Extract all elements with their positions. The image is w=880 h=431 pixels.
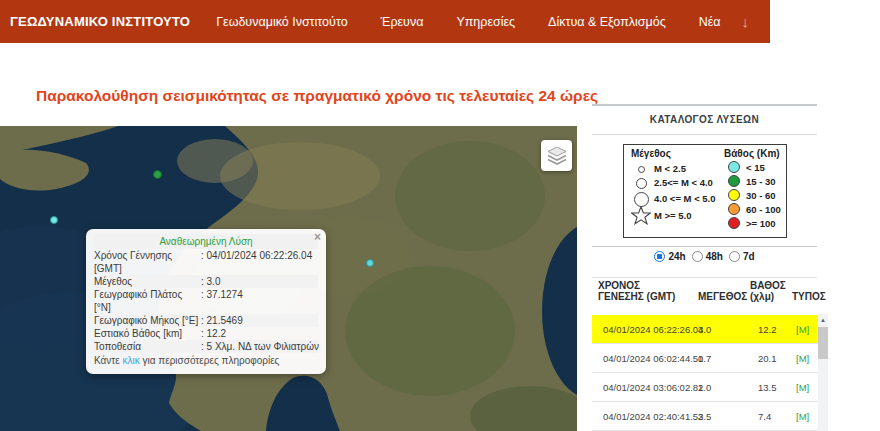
table-header-col-1: ΧΡΟΝΟΣΓΕΝΕΣΗΣ (GMT) <box>592 280 692 302</box>
divider <box>592 134 817 135</box>
divider <box>592 277 817 278</box>
radio-icon-24h[interactable] <box>654 251 665 262</box>
time-range-radios: 24h48h7d <box>592 251 817 262</box>
events-table-header: ΧΡΟΝΟΣΓΕΝΕΣΗΣ (GMT)ΜΕΓΕΘΟΣΒΑΘΟΣ(χλμ)ΤΥΠΟ… <box>592 280 818 302</box>
table-cell: 04/01/2024 03:06:02.81 <box>592 382 692 393</box>
table-header-col-2: ΜΕΓΕΘΟΣ <box>692 291 742 302</box>
table-scrollbar[interactable]: ▲ <box>818 314 828 431</box>
radio-label: 48h <box>706 251 723 262</box>
table-cell: [M] <box>784 324 818 335</box>
popup-row: Χρόνος Γέννησης [GMT]: 04/01/2024 06:22:… <box>94 249 318 275</box>
table-cell: [M] <box>784 411 818 422</box>
nav-item-2[interactable]: Έρευνα <box>381 15 424 29</box>
table-row[interactable]: 04/01/2024 03:06:02.812.013.5[M] <box>592 373 818 402</box>
popup-row-value: : 12.2 <box>201 327 318 340</box>
radio-label: 24h <box>668 251 685 262</box>
magnitude-label: 2.5<= M < 4.0 <box>654 177 713 188</box>
divider <box>592 246 817 247</box>
popup-row-value: : 21.5469 <box>201 314 318 327</box>
brand-logo[interactable]: ΓΕΩΔΥΝΑΜΙΚΟ ΙΝΣΤΙΤΟΥΤΟ <box>10 14 190 29</box>
depth-dot-icon <box>728 217 740 229</box>
table-cell: 04/01/2024 02:40:41.53 <box>592 411 692 422</box>
magnitude-circle-icon <box>638 166 645 173</box>
popup-row-label: Τοποθεσία <box>94 340 201 353</box>
depth-label: < 15 <box>746 162 765 173</box>
table-cell: [M] <box>784 382 818 393</box>
radio-option-48h[interactable]: 48h <box>692 251 723 262</box>
scroll-down-arrow-icon[interactable]: ↓ <box>742 13 750 30</box>
top-navbar: ΓΕΩΔΥΝΑΜΙΚΟ ΙΝΣΤΙΤΟΥΤΟ Γεωδυναμικό Ινστι… <box>0 0 770 43</box>
magnitude-circle-icon <box>636 178 647 189</box>
popup-row-value: : 3.0 <box>201 275 318 288</box>
table-cell: 2.5 <box>692 411 742 422</box>
radio-option-7d[interactable]: 7d <box>729 251 755 262</box>
table-cell: 04/01/2024 06:02:44.50 <box>592 353 692 364</box>
legend-magnitude-title: Μέγεθος <box>631 148 671 159</box>
table-cell: [M] <box>784 353 818 364</box>
layers-icon <box>547 147 567 165</box>
catalog-header: ΚΑΤΑΛΟΓΟΣ ΛΥΣΕΩΝ <box>592 114 817 125</box>
magnitude-label: 4.0 <= M < 5.0 <box>654 193 716 204</box>
radio-option-24h[interactable]: 24h <box>654 251 685 262</box>
popup-details: Χρόνος Γέννησης [GMT]: 04/01/2024 06:22:… <box>94 249 318 353</box>
nav-menu: Γεωδυναμικό ΙνστιτούτοΈρευναΥπηρεσίεςΔίκ… <box>190 15 720 29</box>
table-cell: 1.7 <box>692 353 742 364</box>
table-cell: 12.2 <box>742 324 784 335</box>
table-row[interactable]: 04/01/2024 02:40:41.532.57.4[M] <box>592 402 818 431</box>
popup-row-label: Μέγεθος <box>94 275 201 288</box>
page-title: Παρακολούθηση σεισμικότητας σε πραγματικ… <box>36 87 598 105</box>
table-cell: 2.0 <box>692 382 742 393</box>
popup-row: Μέγεθος: 3.0 <box>94 275 318 288</box>
quake-marker[interactable] <box>50 216 58 224</box>
legend-box: Μέγεθος Βάθος (Km) M < 2.52.5<= M < 4.04… <box>623 144 787 238</box>
popup-close-icon[interactable]: × <box>314 230 321 244</box>
radio-icon-7d[interactable] <box>729 251 740 262</box>
depth-dot-icon <box>728 203 740 215</box>
table-cell: 7.4 <box>742 411 784 422</box>
depth-label: 30 - 60 <box>746 190 776 201</box>
table-cell: 3.0 <box>692 324 742 335</box>
popup-row: Γεωγραφικό Πλάτος [°N]: 37.1274 <box>94 288 318 314</box>
popup-footer: Κάντε κλικ για περισσότερες πληροφορίες <box>94 354 318 368</box>
nav-item-4[interactable]: Δίκτυα & Εξοπλισμός <box>548 15 666 29</box>
quake-marker[interactable] <box>153 170 162 179</box>
table-row[interactable]: 04/01/2024 06:02:44.501.720.1[M] <box>592 344 818 373</box>
nav-item-1[interactable]: Γεωδυναμικό Ινστιτούτο <box>216 15 347 29</box>
depth-dot-icon <box>728 189 740 201</box>
table-header-col-4: ΤΥΠΟΣ <box>784 291 818 302</box>
table-cell: 20.1 <box>742 353 784 364</box>
quake-marker[interactable] <box>366 259 374 267</box>
depth-dot-icon <box>728 175 740 187</box>
popup-row-label: Γεωγραφικό Μήκος [°E] <box>94 314 201 327</box>
magnitude-star-icon <box>631 206 651 225</box>
popup-row-label: Εστιακό Βάθος [km] <box>94 327 201 340</box>
scrollbar-thumb[interactable] <box>818 327 828 359</box>
popup-row-label: Χρόνος Γέννησης [GMT] <box>94 249 201 275</box>
popup-footer-text: Κάντε <box>94 355 123 366</box>
popup-row-value: : 04/01/2024 06:22:26.04 <box>201 249 318 275</box>
depth-dot-icon <box>728 161 740 173</box>
map-layers-button[interactable] <box>541 140 572 171</box>
popup-title: Αναθεωρημένη Λύση <box>94 234 318 249</box>
magnitude-circle-icon <box>634 192 649 207</box>
radio-icon-48h[interactable] <box>692 251 703 262</box>
magnitude-label: M >= 5.0 <box>654 210 692 221</box>
table-cell: 13.5 <box>742 382 784 393</box>
popup-row-value: : 5 Χλμ. ΝΔ των Φιλιατρών <box>201 340 319 353</box>
radio-label: 7d <box>743 251 755 262</box>
popup-row: Εστιακό Βάθος [km]: 12.2 <box>94 327 318 340</box>
divider <box>592 104 817 106</box>
popup-row-value: : 37.1274 <box>201 288 318 314</box>
table-header-col-3: ΒΑΘΟΣ(χλμ) <box>742 280 784 302</box>
events-table: 04/01/2024 06:22:26.043.012.2[M]04/01/20… <box>592 315 818 431</box>
nav-item-3[interactable]: Υπηρεσίες <box>456 15 515 29</box>
nav-item-5[interactable]: Νέα <box>699 15 721 29</box>
popup-row: Τοποθεσία: 5 Χλμ. ΝΔ των Φιλιατρών <box>94 340 318 353</box>
depth-label: >= 100 <box>746 218 776 229</box>
popup-row: Γεωγραφικό Μήκος [°E]: 21.5469 <box>94 314 318 327</box>
table-row[interactable]: 04/01/2024 06:22:26.043.012.2[M] <box>592 315 818 344</box>
scrollbar-up-icon[interactable]: ▲ <box>818 314 828 327</box>
depth-label: 15 - 30 <box>746 176 776 187</box>
popup-row-label: Γεωγραφικό Πλάτος [°N] <box>94 288 201 314</box>
popup-more-info-link[interactable]: κλικ <box>123 355 140 366</box>
